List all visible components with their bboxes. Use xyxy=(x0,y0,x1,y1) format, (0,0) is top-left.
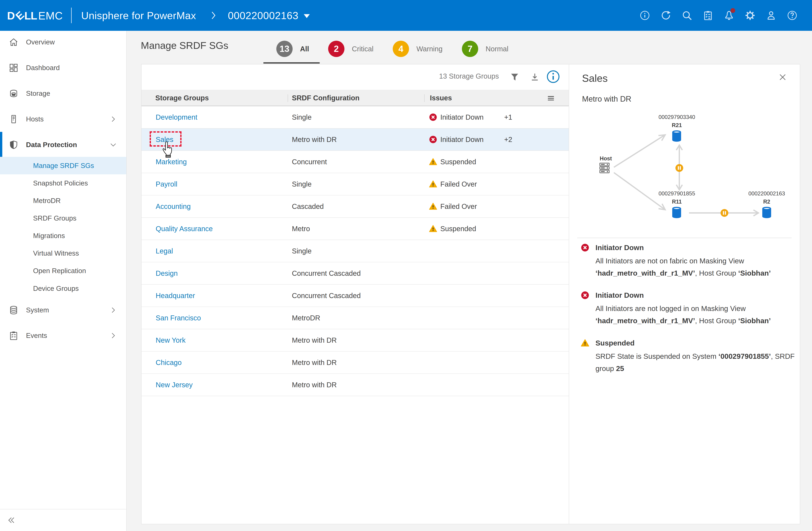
tab-all[interactable]: 13 All xyxy=(276,41,309,57)
column-storage-groups[interactable]: Storage Groups xyxy=(155,90,209,106)
sidebar-item-storage[interactable]: Storage xyxy=(0,81,126,106)
collapse-sidebar-icon[interactable] xyxy=(7,516,16,525)
app-root: D E LL EMC Unisphere for PowerMax 000220… xyxy=(0,0,812,531)
sidebar-item-open-replication[interactable]: Open Replication xyxy=(0,262,126,279)
system-id-r21: 000297903340 xyxy=(641,114,712,120)
tab-normal-count: 7 xyxy=(462,41,478,57)
svg-text:D: D xyxy=(7,10,15,22)
table-row[interactable]: New Jersey Metro with DR xyxy=(142,374,569,396)
storage-group-link[interactable]: Design xyxy=(156,262,178,284)
settings-icon[interactable] xyxy=(744,10,756,21)
system-selector[interactable]: 000220002163 xyxy=(228,10,310,21)
table-row[interactable]: Development Single Initiator Down +1 xyxy=(142,106,569,129)
sidebar-item-device-groups[interactable]: Device Groups xyxy=(0,279,126,297)
top-bar: D E LL EMC Unisphere for PowerMax 000220… xyxy=(0,0,812,31)
system-id-r11: 000297901855 xyxy=(641,190,712,197)
sidebar-item-hosts[interactable]: Hosts xyxy=(0,106,126,132)
table-row[interactable]: Marketing Concurrent Suspended xyxy=(142,151,569,173)
help-icon[interactable] xyxy=(787,10,798,21)
storage-group-link[interactable]: Payroll xyxy=(156,173,177,195)
table-row[interactable]: Design Concurrent Cascaded xyxy=(142,262,569,285)
tasks-icon[interactable] xyxy=(702,10,713,21)
storage-group-link[interactable]: Legal xyxy=(156,240,173,262)
pause-icon xyxy=(721,209,728,217)
more-issues[interactable]: +1 xyxy=(504,106,512,128)
table-row[interactable]: Quality Assurance Metro Suspended xyxy=(142,218,569,240)
close-icon[interactable] xyxy=(778,73,787,82)
table-row[interactable]: New York Metro with DR xyxy=(142,329,569,351)
table-row[interactable]: Headquarter Concurrent Cascaded xyxy=(142,285,569,307)
storage-group-link[interactable]: Chicago xyxy=(156,351,182,373)
sidebar-item-manage-srdf-sgs[interactable]: Manage SRDF SGs xyxy=(0,157,126,174)
pause-icon xyxy=(676,164,683,172)
column-issues[interactable]: Issues xyxy=(430,90,452,106)
table-row[interactable]: Payroll Single Failed Over xyxy=(142,173,569,196)
table-row-selected[interactable]: Sales Metro with DR Initiator Down +2 xyxy=(142,129,569,151)
caret-down-icon xyxy=(304,14,310,18)
table-body: Development Single Initiator Down +1 Sal… xyxy=(142,106,569,396)
storage-group-link[interactable]: New York xyxy=(156,329,186,351)
search-icon[interactable] xyxy=(681,10,692,21)
column-separator xyxy=(288,94,288,102)
sidebar-item-dashboard[interactable]: Dashboard xyxy=(0,55,126,81)
topbar-separator xyxy=(71,8,72,23)
sidebar: Overview Dashboard Storage xyxy=(0,31,127,531)
warning-icon xyxy=(429,202,437,211)
sidebar-item-events[interactable]: Events xyxy=(0,323,126,348)
table-row[interactable]: San Francisco MetroDR xyxy=(142,307,569,329)
storage-group-link[interactable]: Headquarter xyxy=(156,285,195,306)
topbar-actions xyxy=(639,10,798,21)
table-row[interactable]: Legal Single xyxy=(142,240,569,262)
info-circle-icon[interactable] xyxy=(546,69,561,84)
sidebar-footer xyxy=(0,509,126,531)
storage-group-link[interactable]: New Jersey xyxy=(156,374,193,396)
info-icon[interactable] xyxy=(639,10,650,21)
refresh-icon[interactable] xyxy=(661,10,671,21)
hosts-icon xyxy=(9,114,19,124)
panel-title: Sales xyxy=(582,72,608,84)
sidebar-item-metrodr[interactable]: MetroDR xyxy=(0,192,126,210)
breadcrumb-chevron-icon xyxy=(210,11,217,20)
storage-group-link[interactable]: Accounting xyxy=(156,196,191,217)
panel-section-divider xyxy=(577,238,792,238)
role-label-r11: R11 xyxy=(641,199,712,205)
sidebar-item-overview[interactable]: Overview xyxy=(0,29,126,55)
events-icon xyxy=(9,330,19,341)
active-tab-underline xyxy=(263,62,320,63)
warning-icon xyxy=(429,225,437,233)
sidebar-item-srdf-groups[interactable]: SRDF Groups xyxy=(0,210,126,227)
sidebar-item-snapshot-policies[interactable]: Snapshot Policies xyxy=(0,174,126,192)
dellemc-logo[interactable]: D E LL EMC xyxy=(7,8,63,23)
sidebar-item-virtual-witness[interactable]: Virtual Witness xyxy=(0,244,126,262)
home-icon xyxy=(9,37,19,47)
warning-icon xyxy=(429,158,437,166)
dashboard-icon xyxy=(9,63,19,73)
table-menu-icon[interactable] xyxy=(547,94,555,102)
export-icon[interactable] xyxy=(530,72,539,82)
storage-group-link[interactable]: Development xyxy=(156,106,198,128)
sidebar-item-data-protection[interactable]: Data Protection xyxy=(0,132,126,158)
user-icon[interactable] xyxy=(766,10,777,21)
tab-critical-count: 2 xyxy=(328,41,345,57)
filter-icon[interactable] xyxy=(510,72,519,82)
storage-group-link[interactable]: Quality Assurance xyxy=(156,218,213,240)
chevron-right-icon xyxy=(109,332,117,340)
chevron-down-icon xyxy=(109,141,117,149)
storage-group-link[interactable]: San Francisco xyxy=(156,307,201,329)
notifications-icon[interactable] xyxy=(724,10,735,21)
storage-cylinder-r11 xyxy=(671,206,682,219)
more-issues[interactable]: +2 xyxy=(504,129,512,150)
tab-critical[interactable]: 2 Critical xyxy=(328,41,374,57)
sidebar-item-migrations[interactable]: Migrations xyxy=(0,227,126,244)
tab-normal[interactable]: 7 Normal xyxy=(462,41,508,57)
table-row[interactable]: Accounting Cascaded Failed Over xyxy=(142,196,569,218)
role-label-r2: R2 xyxy=(731,199,802,205)
tab-warning[interactable]: 4 Warning xyxy=(393,41,443,57)
notification-badge xyxy=(730,8,735,13)
column-srdf-configuration[interactable]: SRDF Configuration xyxy=(292,90,360,106)
table-row[interactable]: Chicago Metro with DR xyxy=(142,351,569,374)
svg-text:EMC: EMC xyxy=(38,10,63,22)
sidebar-item-system[interactable]: System xyxy=(0,297,126,323)
issue-item: Initiator Down All Initiators are not lo… xyxy=(581,291,802,327)
issue-item: Initiator Down All Initiators are not on… xyxy=(581,243,802,279)
